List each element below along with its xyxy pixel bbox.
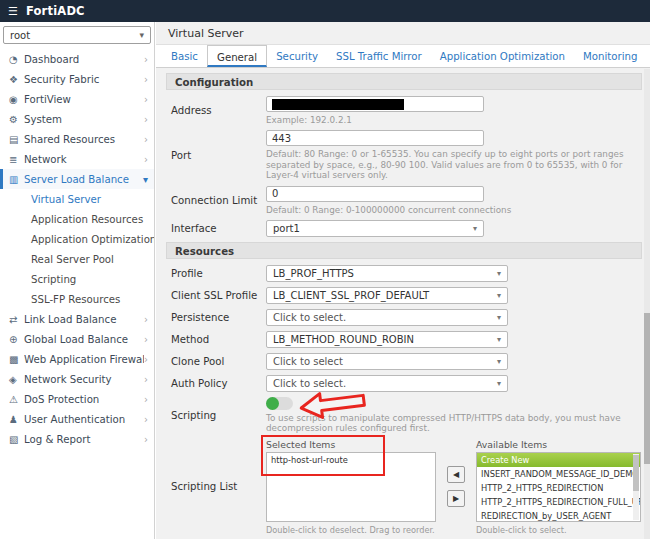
sidebar-item-log-report[interactable]: ▧ Log & Report › <box>0 429 154 449</box>
chevron-down-icon: ▾ <box>473 224 477 233</box>
profile-row: Profile LB_PROF_HTTPS ▾ <box>166 265 642 282</box>
clone-pool-placeholder: Click to select <box>273 356 343 367</box>
sidebar-subitem-application-resources[interactable]: Application Resources <box>0 209 154 229</box>
available-list-item[interactable]: REDIRECTION_by_USER_AGENT <box>477 509 640 522</box>
available-items-listbox[interactable]: Create New INSERT_RANDOM_MESSAGE_ID_DEMO… <box>476 452 641 522</box>
sidebar-item-user-authentication[interactable]: ♟ User Authentication › <box>0 409 154 429</box>
redacted-value <box>272 99 404 110</box>
sidebar-item-dashboard[interactable]: ◔ Dashboard › <box>0 49 154 69</box>
report-icon: ▧ <box>9 434 24 445</box>
client-ssl-profile-select[interactable]: LB_CLIENT_SSL_PROF_DEFAULT ▾ <box>266 287 508 304</box>
sidebar-item-server-load-balance[interactable]: ▥ Server Load Balance ▾ <box>0 169 154 189</box>
tab-application-optimization[interactable]: Application Optimization <box>431 45 574 67</box>
sidebar-item-fortiview[interactable]: ◉ FortiView › <box>0 89 154 109</box>
tab-general[interactable]: General <box>207 45 267 67</box>
chevron-right-icon: › <box>144 94 148 105</box>
sidebar-item-global-load-balance[interactable]: ⊕ Global Load Balance › <box>0 329 154 349</box>
sidebar-subitem-scripting[interactable]: Scripting <box>0 269 154 289</box>
tab-security[interactable]: Security <box>267 45 327 67</box>
interface-selected-value: port1 <box>273 223 300 234</box>
client-ssl-profile-row: Client SSL Profile LB_CLIENT_SSL_PROF_DE… <box>166 287 642 304</box>
sidebar-item-dos-protection[interactable]: ⚠ DoS Protection › <box>0 389 154 409</box>
interface-label: Interface <box>166 223 266 234</box>
chevron-right-icon: › <box>144 114 148 125</box>
page-title: Virtual Server <box>156 22 650 44</box>
scrollbar-thumb[interactable] <box>644 313 650 463</box>
persistence-row: Persistence Click to select. ▾ <box>166 309 642 326</box>
scripting-list-row: Scripting List Selected Items http-host-… <box>166 439 642 535</box>
sidebar-item-label: System <box>24 114 144 125</box>
available-list-item[interactable]: HTTP_2_HTTPS_REDIRECTION_FULL_URL <box>477 495 640 509</box>
interface-select[interactable]: port1 ▾ <box>266 220 484 237</box>
method-select[interactable]: LB_METHOD_ROUND_ROBIN ▾ <box>266 331 508 348</box>
hamburger-menu-icon[interactable]: ☰ <box>8 5 18 18</box>
sidebar-subitem-ssl-fp-resources[interactable]: SSL-FP Resources <box>0 289 154 309</box>
chevron-down-icon: ▾ <box>497 379 501 388</box>
address-label: Address <box>166 105 266 116</box>
tab-basic[interactable]: Basic <box>162 45 207 67</box>
available-list-item[interactable]: HTTP_2_HTTPS_REDIRECTION <box>477 481 640 495</box>
sidebar-subitem-real-server-pool[interactable]: Real Server Pool <box>0 249 154 269</box>
chevron-right-icon: › <box>144 74 148 85</box>
vdom-selected-value: root <box>10 30 30 41</box>
auth-policy-row: Auth Policy Click to select. ▾ <box>166 375 642 392</box>
sidebar-item-security-fabric[interactable]: ❖ Security Fabric › <box>0 69 154 89</box>
vdom-select[interactable]: root ▾ <box>3 26 151 44</box>
tab-ssl-traffic-mirror[interactable]: SSL Traffic Mirror <box>327 45 431 67</box>
link-icon: ⇄ <box>9 314 24 325</box>
scripting-toggle[interactable] <box>266 397 293 410</box>
port-row: Port 443 Default: 80 Range: 0 or 1-65535… <box>166 130 642 180</box>
profile-label: Profile <box>166 268 266 279</box>
address-input[interactable] <box>266 96 484 112</box>
selected-list-item[interactable]: http-host-url-route <box>267 453 435 467</box>
profile-selected-value: LB_PROF_HTTPS <box>273 268 354 279</box>
selected-items-column: Selected Items http-host-url-route Doubl… <box>266 439 436 535</box>
connection-limit-hint: Default: 0 Range: 0-100000000 concurrent… <box>266 205 642 215</box>
shield-icon: ◈ <box>9 374 24 385</box>
sidebar-item-web-application-firewall[interactable]: ▩ Web Application Firewall › <box>0 349 154 369</box>
sidebar-item-shared-resources[interactable]: ▤ Shared Resources › <box>0 129 154 149</box>
sidebar-subitem-virtual-server[interactable]: Virtual Server <box>0 189 154 209</box>
sidebar-item-label: Global Load Balance <box>24 334 144 345</box>
scripting-row: Scripting To use scripts to manipulate c… <box>166 397 642 434</box>
persistence-select[interactable]: Click to select. ▾ <box>266 309 508 326</box>
scripting-dual-list: Selected Items http-host-url-route Doubl… <box>266 439 642 535</box>
profile-select[interactable]: LB_PROF_HTTPS ▾ <box>266 265 508 282</box>
scripting-hint: To use scripts to manipulate compressed … <box>266 413 642 434</box>
sidebar-subitem-application-optimization[interactable]: Application Optimization <box>0 229 154 249</box>
security-fabric-icon: ❖ <box>9 74 24 85</box>
connection-limit-label: Connection Limit <box>166 195 266 206</box>
chevron-right-icon: › <box>144 354 148 365</box>
create-new-item[interactable]: Create New <box>477 453 640 467</box>
available-items-column: Available Items Create New INSERT_RANDOM… <box>476 439 641 535</box>
available-list-scrollbar[interactable] <box>633 454 639 520</box>
chevron-down-icon: ▾ <box>143 174 148 185</box>
move-right-button[interactable]: ▶ <box>447 490 465 507</box>
address-hint: Example: 192.0.2.1 <box>266 115 642 125</box>
sidebar-item-label: Log & Report <box>24 434 144 445</box>
method-selected-value: LB_METHOD_ROUND_ROBIN <box>273 334 414 345</box>
tab-bar: Basic General Security SSL Traffic Mirro… <box>156 44 650 68</box>
client-ssl-profile-label: Client SSL Profile <box>166 290 266 301</box>
clone-pool-select[interactable]: Click to select ▾ <box>266 353 508 370</box>
connection-limit-row: Connection Limit 0 Default: 0 Range: 0-1… <box>166 186 642 215</box>
main-scrollbar[interactable] <box>644 69 650 539</box>
scrollbar-thumb[interactable] <box>633 455 639 491</box>
sidebar-item-label: Link Load Balance <box>24 314 144 325</box>
section-header-configuration: Configuration <box>166 73 642 90</box>
available-items-title: Available Items <box>476 439 641 450</box>
sidebar-item-network[interactable]: ≣ Network › <box>0 149 154 169</box>
selected-items-listbox[interactable]: http-host-url-route <box>266 452 436 522</box>
auth-policy-select[interactable]: Click to select. ▾ <box>266 375 508 392</box>
connection-limit-input[interactable]: 0 <box>266 186 484 202</box>
sidebar-item-network-security[interactable]: ◈ Network Security › <box>0 369 154 389</box>
sidebar-item-label: FortiView <box>24 94 144 105</box>
move-left-button[interactable]: ◀ <box>447 466 465 483</box>
sidebar-item-link-load-balance[interactable]: ⇄ Link Load Balance › <box>0 309 154 329</box>
chevron-right-icon: › <box>144 314 148 325</box>
tab-monitoring[interactable]: Monitoring <box>574 45 646 67</box>
clone-pool-row: Clone Pool Click to select ▾ <box>166 353 642 370</box>
available-list-item[interactable]: INSERT_RANDOM_MESSAGE_ID_DEMO <box>477 467 640 481</box>
port-input[interactable]: 443 <box>266 130 484 146</box>
sidebar-item-system[interactable]: ⚙ System › <box>0 109 154 129</box>
